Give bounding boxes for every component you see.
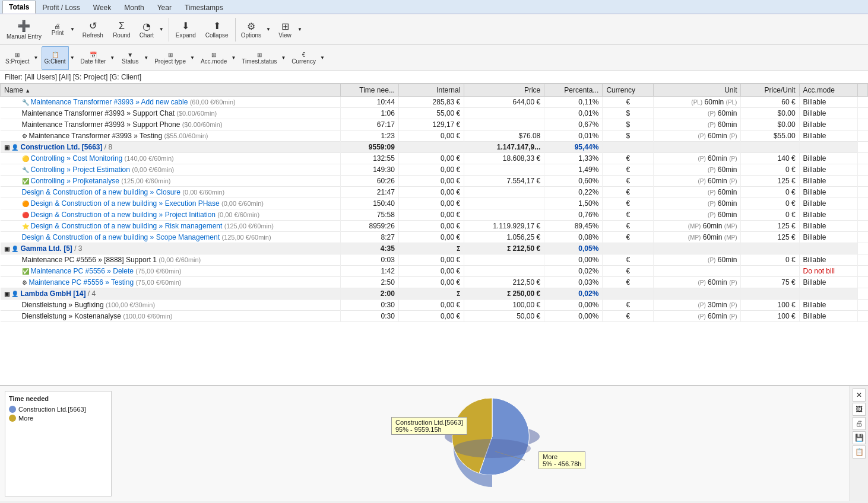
group-label: Lambda GmbH [14] <box>21 289 86 298</box>
acc-mode-button[interactable]: ⊞ Acc.mode <box>198 46 230 70</box>
date-filter-button[interactable]: 📅 Date filter <box>78 46 109 70</box>
col-internal[interactable]: Internal <box>398 84 464 97</box>
tab-timestamps[interactable]: Timestamps <box>178 1 230 14</box>
save-panel-button[interactable]: 💾 <box>853 431 866 444</box>
row-rate: (0,00 €/60min) <box>221 200 264 207</box>
table-row[interactable]: ⚙Maintenance PC #5556 » Testing (75,00 €… <box>1 277 868 288</box>
col-percent[interactable]: Percenta... <box>544 84 603 97</box>
print-panel-button[interactable]: 🖨 <box>853 417 866 430</box>
s-project-button[interactable]: ⊞ S:Project <box>2 46 33 70</box>
table-row[interactable]: 🔴Design & Construction of a new building… <box>1 209 868 221</box>
col-price-unit[interactable]: Price/Unit <box>741 84 799 97</box>
clipboard-panel-button[interactable]: 📋 <box>853 445 866 459</box>
table-row[interactable]: Dienstleistung » Bugfixing (100,00 €/30m… <box>1 300 868 311</box>
row-rate: (125,00 €/60min) <box>221 234 271 241</box>
view-button[interactable]: ⊞ View <box>274 16 296 43</box>
table-row[interactable]: ⭐Design & Construction of a new building… <box>1 221 868 232</box>
expand-button[interactable]: ⬇ Expand <box>172 16 200 43</box>
project-type-button[interactable]: ⊞ Project type <box>151 46 189 70</box>
print-dropdown-arrow[interactable]: ▼ <box>68 16 77 43</box>
close-panel-button[interactable]: ✕ <box>853 389 866 402</box>
status-button[interactable]: ▼ Status <box>118 46 142 70</box>
table-row[interactable]: Design & Construction of a new building … <box>1 232 868 243</box>
collapse-button[interactable]: ⬆ Collapse <box>201 16 233 43</box>
row-icon: ⭐ <box>22 223 29 230</box>
g-client-button[interactable]: 📋 G:Client <box>42 46 69 70</box>
table-row[interactable]: ▣👤Gamma Ltd. [5] / 34:35ΣΣ 212,50 €0,05% <box>1 243 868 254</box>
date-filter-arrow[interactable]: ▼ <box>109 46 116 70</box>
table-row[interactable]: Maintenance Transformer #3993 » Support … <box>1 108 868 119</box>
s-project-label: S:Project <box>5 58 30 65</box>
data-table-container[interactable]: Name Time nee... Internal Price Percenta… <box>0 84 868 386</box>
manual-entry-button[interactable]: ➕ Manual Entry <box>2 16 46 43</box>
table-row[interactable]: 🔧Controlling » Project Estimation (0,00 … <box>1 164 868 176</box>
options-dropdown-arrow[interactable]: ▼ <box>264 16 273 43</box>
image-button[interactable]: 🖼 <box>853 403 866 416</box>
row-internal-cell: 55,00 € <box>398 108 464 119</box>
row-acc-cell: Billable <box>799 254 857 266</box>
tab-profit-loss[interactable]: Profit / Loss <box>36 1 86 14</box>
group-price-cell: Σ 250,00 € <box>464 288 544 300</box>
row-acc-cell: Billable <box>799 300 857 311</box>
legend-item-2[interactable]: More <box>9 415 107 422</box>
currency-button[interactable]: € Currency <box>289 46 319 70</box>
chart-dropdown-arrow[interactable]: ▼ <box>157 16 166 43</box>
chart-tooltip-1: Construction Ltd.[5663] 95% - 9559.15h <box>391 417 467 435</box>
row-percent-cell: 0,00% <box>544 311 603 322</box>
row-name-cell: ⚙Maintenance PC #5556 » Testing (75,00 €… <box>1 277 341 288</box>
timest-status-button[interactable]: ⊞ Timest.status <box>239 46 280 70</box>
table-row[interactable]: ▣👤Construction Ltd. [5663] / 89559:091.1… <box>1 142 868 153</box>
col-price[interactable]: Price <box>464 84 544 97</box>
row-name: Design & Construction of a new building … <box>22 233 220 241</box>
table-row[interactable]: Maintenance PC #5556 » [8888] Support 1 … <box>1 254 868 266</box>
tooltip2-label: More <box>543 453 557 460</box>
row-internal-cell: 0,00 € <box>398 176 464 187</box>
options-button[interactable]: ⚙ Options <box>238 16 264 43</box>
table-row[interactable]: ✅Controlling » Projketanalyse (125,00 €/… <box>1 176 868 187</box>
col-unit[interactable]: Unit <box>654 84 741 97</box>
row-price-cell: 100,00 € <box>464 300 544 311</box>
tab-month[interactable]: Month <box>118 1 150 14</box>
expand-icon[interactable]: ▣ <box>4 291 9 297</box>
timest-status-arrow[interactable]: ▼ <box>280 46 287 70</box>
tab-year[interactable]: Year <box>151 1 178 14</box>
acc-mode-arrow[interactable]: ▼ <box>230 46 237 70</box>
chart-icon: ◔ <box>142 21 151 32</box>
project-type-arrow[interactable]: ▼ <box>189 46 197 70</box>
status-group: ▼ Status ▼ <box>118 46 150 70</box>
round-button[interactable]: Σ Round <box>109 16 135 43</box>
row-name: Dienstleistung » Bugfixing <box>22 301 104 309</box>
expand-icon[interactable]: ▣ <box>4 246 9 252</box>
group-internal-cell: Σ <box>398 288 464 300</box>
table-row[interactable]: 🟠Design & Construction of a new building… <box>1 198 868 209</box>
col-name[interactable]: Name <box>1 84 341 97</box>
status-arrow[interactable]: ▼ <box>142 46 150 70</box>
s-project-arrow[interactable]: ▼ <box>33 46 40 70</box>
row-percent-cell: 0,00% <box>544 254 603 266</box>
table-row[interactable]: ⚙Maintenance Transformer #3993 » Testing… <box>1 130 868 142</box>
table-row[interactable]: Dienstleistung » Kostenanalyse (100,00 €… <box>1 311 868 322</box>
tab-week[interactable]: Week <box>87 1 118 14</box>
table-row[interactable]: Maintenance Transformer #3993 » Support … <box>1 119 868 130</box>
chart-button[interactable]: ◔ Chart <box>136 16 157 43</box>
legend-item-1[interactable]: Construction Ltd.[5663] <box>9 406 107 413</box>
row-rate: (0,00 €/60min) <box>159 256 201 263</box>
refresh-button[interactable]: ↺ Refresh <box>78 16 107 43</box>
g-client-arrow[interactable]: ▼ <box>69 46 77 70</box>
table-row[interactable]: 🟡Controlling » Cost Monitoring (140,00 €… <box>1 153 868 164</box>
chart-label: Chart <box>140 32 154 39</box>
col-acc-mode[interactable]: Acc.mode <box>799 84 857 97</box>
table-row[interactable]: 🔧Maintenance Transformer #3993 » Add new… <box>1 97 868 108</box>
view-dropdown-arrow[interactable]: ▼ <box>296 16 305 43</box>
col-time[interactable]: Time nee... <box>340 84 398 97</box>
print-button[interactable]: 🖨 Print <box>47 16 68 43</box>
tab-totals[interactable]: Totals <box>2 1 36 14</box>
col-currency[interactable]: Currency <box>603 84 654 97</box>
currency-arrow[interactable]: ▼ <box>319 46 327 70</box>
expand-icon[interactable]: ▣ <box>4 144 9 151</box>
table-row[interactable]: Design & Construction of a new building … <box>1 187 868 198</box>
table-row[interactable]: ✅Maintenance PC #5556 » Delete (75,00 €/… <box>1 266 868 277</box>
row-percent-cell: 0,01% <box>544 108 603 119</box>
table-row[interactable]: ▣👤Lambda GmbH [14] / 42:00ΣΣ 250,00 €0,0… <box>1 288 868 300</box>
row-name-cell: 🔧Controlling » Project Estimation (0,00 … <box>1 164 341 176</box>
